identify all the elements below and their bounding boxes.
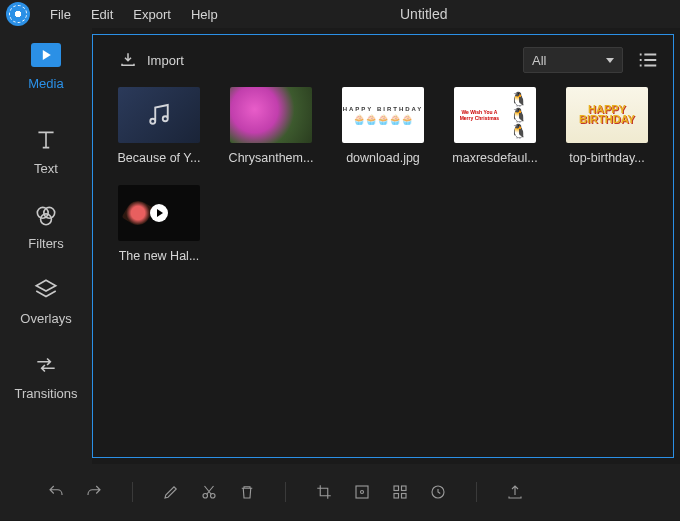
media-item[interactable]: HAPPY BIRTHDAY 🧁🧁🧁🧁🧁 download.jpg (331, 87, 435, 165)
transitions-icon (31, 352, 61, 378)
sidebar-item-text[interactable]: Text (0, 113, 92, 188)
image-thumbnail: HAPPYBIRTHDAY (566, 87, 648, 143)
sidebar-item-filters[interactable]: Filters (0, 188, 92, 263)
image-thumbnail (230, 87, 312, 143)
crop-button[interactable] (314, 482, 334, 502)
media-item[interactable]: The new Hal... (107, 185, 211, 263)
sidebar-item-transitions[interactable]: Transitions (0, 338, 92, 413)
import-label: Import (147, 53, 184, 68)
sidebar-item-label: Transitions (14, 386, 77, 401)
delete-button[interactable] (237, 482, 257, 502)
export-button[interactable] (505, 482, 525, 502)
media-item-label: Chrysanthem... (219, 151, 323, 165)
media-item-label: maxresdefaul... (443, 151, 547, 165)
cut-button[interactable] (199, 482, 219, 502)
media-item-label: Because of Y... (107, 151, 211, 165)
audio-thumbnail (118, 87, 200, 143)
image-thumbnail: We Wish You A Merry Christmas 🐧🐧🐧 (454, 87, 536, 143)
edit-button[interactable] (161, 482, 181, 502)
dropdown-value: All (532, 53, 546, 68)
filter-dropdown[interactable]: All (523, 47, 623, 73)
bottom-toolbar (0, 464, 680, 520)
sidebar: Media Text Filters Overlays Transitions (0, 28, 92, 464)
svg-rect-7 (394, 486, 399, 491)
sidebar-item-label: Overlays (20, 311, 71, 326)
import-icon (119, 51, 137, 69)
svg-rect-5 (356, 486, 368, 498)
import-button[interactable]: Import (107, 51, 184, 69)
titlebar: File Edit Export Help Untitled (0, 0, 680, 28)
mosaic-button[interactable] (390, 482, 410, 502)
media-grid: Because of Y... Chrysanthem... HAPPY BIR… (107, 87, 659, 263)
sidebar-item-label: Filters (28, 236, 63, 251)
media-item[interactable]: We Wish You A Merry Christmas 🐧🐧🐧 maxres… (443, 87, 547, 165)
document-title: Untitled (400, 6, 447, 22)
list-view-button[interactable] (637, 50, 659, 70)
app-logo-icon (6, 2, 30, 26)
svg-rect-8 (402, 486, 407, 491)
media-item-label: download.jpg (331, 151, 435, 165)
media-item-label: top-birthday... (555, 151, 659, 165)
media-panel: Import All Because of Y... (92, 34, 674, 458)
image-thumbnail: HAPPY BIRTHDAY 🧁🧁🧁🧁🧁 (342, 87, 424, 143)
media-item[interactable]: Chrysanthem... (219, 87, 323, 165)
sidebar-item-media[interactable]: Media (0, 28, 92, 113)
video-thumbnail (118, 185, 200, 241)
menu-file[interactable]: File (40, 3, 81, 26)
duration-button[interactable] (428, 482, 448, 502)
svg-rect-9 (394, 494, 399, 499)
svg-point-1 (44, 207, 55, 218)
text-icon (31, 127, 61, 153)
sidebar-item-label: Text (34, 161, 58, 176)
media-icon (31, 42, 61, 68)
svg-rect-10 (402, 494, 407, 499)
separator (132, 482, 133, 502)
separator (476, 482, 477, 502)
media-item[interactable]: HAPPYBIRTHDAY top-birthday... (555, 87, 659, 165)
menu-export[interactable]: Export (123, 3, 181, 26)
svg-point-6 (361, 491, 364, 494)
filters-icon (31, 202, 61, 228)
menu-edit[interactable]: Edit (81, 3, 123, 26)
menu-help[interactable]: Help (181, 3, 228, 26)
media-item-label: The new Hal... (107, 249, 211, 263)
undo-button[interactable] (46, 482, 66, 502)
separator (285, 482, 286, 502)
sidebar-item-overlays[interactable]: Overlays (0, 263, 92, 338)
overlays-icon (31, 277, 61, 303)
redo-button[interactable] (84, 482, 104, 502)
play-icon (150, 204, 168, 222)
media-item[interactable]: Because of Y... (107, 87, 211, 165)
svg-point-2 (41, 214, 52, 225)
chevron-down-icon (606, 58, 614, 63)
frame-button[interactable] (352, 482, 372, 502)
sidebar-item-label: Media (28, 76, 63, 91)
